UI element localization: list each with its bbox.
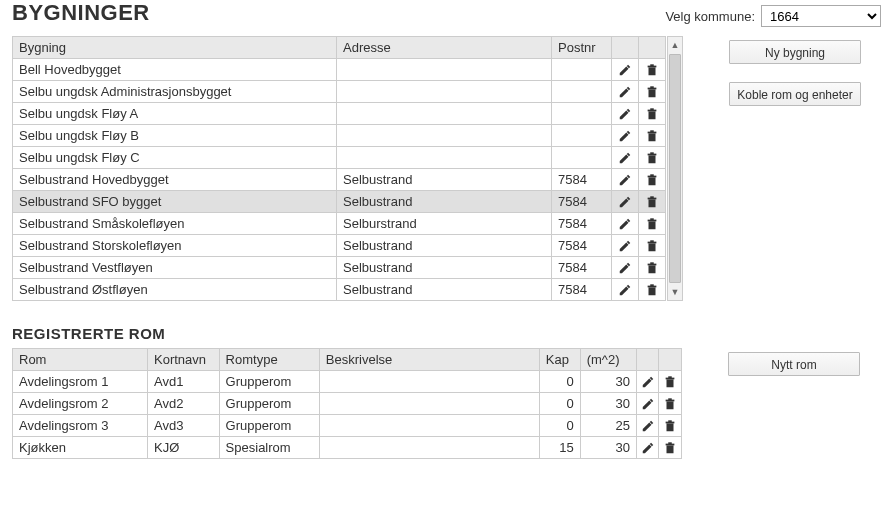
cell-kap: 0 — [539, 415, 580, 437]
col-bygning[interactable]: Bygning — [13, 37, 337, 59]
cell-bygning: Selbustrand Storskolefløyen — [13, 235, 337, 257]
svg-rect-38 — [668, 399, 672, 401]
svg-rect-11 — [650, 131, 654, 133]
svg-rect-24 — [649, 244, 656, 252]
table-row[interactable]: Avdelingsrom 2Avd2Grupperom030 — [13, 393, 682, 415]
col-m2[interactable]: (m^2) — [580, 349, 636, 371]
table-row[interactable]: Selbu ungdsk Fløy A — [13, 103, 666, 125]
col-type[interactable]: Romtype — [219, 349, 319, 371]
table-row[interactable]: Selbustrand ØstfløyenSelbustrand7584 — [13, 279, 666, 301]
cell-bygning: Selbu ungdsk Fløy A — [13, 103, 337, 125]
table-row[interactable]: Selbustrand VestfløyenSelbustrand7584 — [13, 257, 666, 279]
delete-icon[interactable] — [645, 239, 659, 253]
svg-rect-14 — [650, 153, 654, 155]
edit-icon[interactable] — [618, 85, 632, 99]
table-row[interactable]: Selbu ungdsk Fløy C — [13, 147, 666, 169]
edit-icon[interactable] — [618, 217, 632, 231]
cell-bygning: Bell Hovedbygget — [13, 59, 337, 81]
edit-icon[interactable] — [618, 261, 632, 275]
svg-rect-29 — [650, 263, 654, 265]
delete-icon[interactable] — [645, 261, 659, 275]
svg-rect-8 — [650, 109, 654, 111]
col-kap[interactable]: Kap — [539, 349, 580, 371]
svg-rect-17 — [650, 175, 654, 177]
scroll-thumb[interactable] — [669, 54, 681, 283]
table-row[interactable]: Selbu ungdsk Administrasjonsbygget — [13, 81, 666, 103]
edit-icon[interactable] — [641, 419, 655, 433]
cell-postnr: 7584 — [552, 279, 612, 301]
buildings-scrollbar[interactable]: ▲ ▼ — [667, 36, 683, 301]
cell-kap: 15 — [539, 437, 580, 459]
svg-rect-5 — [650, 87, 654, 89]
edit-icon[interactable] — [641, 375, 655, 389]
delete-icon[interactable] — [645, 195, 659, 209]
svg-rect-27 — [649, 266, 656, 274]
cell-bygning: Selbu ungdsk Administrasjonsbygget — [13, 81, 337, 103]
delete-icon[interactable] — [663, 441, 677, 455]
cell-bygning: Selbustrand Østfløyen — [13, 279, 337, 301]
delete-icon[interactable] — [645, 217, 659, 231]
cell-postnr: 7584 — [552, 191, 612, 213]
svg-rect-39 — [667, 424, 674, 432]
svg-rect-18 — [649, 200, 656, 208]
delete-icon[interactable] — [663, 397, 677, 411]
col-postnr[interactable]: Postnr — [552, 37, 612, 59]
svg-rect-35 — [668, 377, 672, 379]
delete-icon[interactable] — [645, 107, 659, 121]
kommune-select[interactable]: 1664 — [761, 5, 881, 27]
col-kort[interactable]: Kortnavn — [148, 349, 220, 371]
delete-icon[interactable] — [645, 129, 659, 143]
edit-icon[interactable] — [618, 151, 632, 165]
edit-icon[interactable] — [641, 397, 655, 411]
edit-icon[interactable] — [618, 239, 632, 253]
cell-type: Grupperom — [219, 371, 319, 393]
svg-rect-36 — [667, 402, 674, 410]
cell-postnr — [552, 103, 612, 125]
edit-icon[interactable] — [618, 129, 632, 143]
table-row[interactable]: KjøkkenKJØSpesialrom1530 — [13, 437, 682, 459]
delete-icon[interactable] — [663, 375, 677, 389]
delete-icon[interactable] — [645, 283, 659, 297]
edit-icon[interactable] — [618, 195, 632, 209]
svg-rect-23 — [650, 219, 654, 221]
edit-icon[interactable] — [618, 63, 632, 77]
scroll-up-icon[interactable]: ▲ — [668, 37, 682, 53]
table-row[interactable]: Selbustrand StorskolefløyenSelbustrand75… — [13, 235, 666, 257]
table-row[interactable]: Avdelingsrom 3Avd3Grupperom025 — [13, 415, 682, 437]
cell-postnr — [552, 59, 612, 81]
edit-icon[interactable] — [618, 283, 632, 297]
new-building-button[interactable]: Ny bygning — [729, 40, 861, 64]
table-row[interactable]: Selbu ungdsk Fløy B — [13, 125, 666, 147]
svg-rect-6 — [649, 112, 656, 120]
cell-kort: KJØ — [148, 437, 220, 459]
cell-beskr — [319, 371, 539, 393]
rooms-table: Rom Kortnavn Romtype Beskrivelse Kap (m^… — [12, 348, 682, 459]
new-room-button[interactable]: Nytt rom — [728, 352, 860, 376]
cell-m2: 30 — [580, 437, 636, 459]
edit-icon[interactable] — [641, 441, 655, 455]
cell-bygning: Selbu ungdsk Fløy B — [13, 125, 337, 147]
col-rom[interactable]: Rom — [13, 349, 148, 371]
col-adresse[interactable]: Adresse — [337, 37, 552, 59]
delete-icon[interactable] — [645, 85, 659, 99]
cell-rom: Kjøkken — [13, 437, 148, 459]
link-rooms-button[interactable]: Koble rom og enheter — [729, 82, 861, 106]
table-row[interactable]: Bell Hovedbygget — [13, 59, 666, 81]
table-row[interactable]: Selbustrand HovedbyggetSelbustrand7584 — [13, 169, 666, 191]
svg-rect-9 — [649, 134, 656, 142]
cell-kort: Avd1 — [148, 371, 220, 393]
delete-icon[interactable] — [645, 151, 659, 165]
delete-icon[interactable] — [663, 419, 677, 433]
table-row[interactable]: Selbustrand SmåskolefløyenSelburstrand75… — [13, 213, 666, 235]
delete-icon[interactable] — [645, 63, 659, 77]
delete-icon[interactable] — [645, 173, 659, 187]
edit-icon[interactable] — [618, 173, 632, 187]
edit-icon[interactable] — [618, 107, 632, 121]
cell-adresse — [337, 103, 552, 125]
cell-kort: Avd2 — [148, 393, 220, 415]
svg-rect-41 — [668, 421, 672, 423]
table-row[interactable]: Avdelingsrom 1Avd1Grupperom030 — [13, 371, 682, 393]
table-row[interactable]: Selbustrand SFO byggetSelbustrand7584 — [13, 191, 666, 213]
scroll-down-icon[interactable]: ▼ — [668, 284, 682, 300]
col-beskr[interactable]: Beskrivelse — [319, 349, 539, 371]
